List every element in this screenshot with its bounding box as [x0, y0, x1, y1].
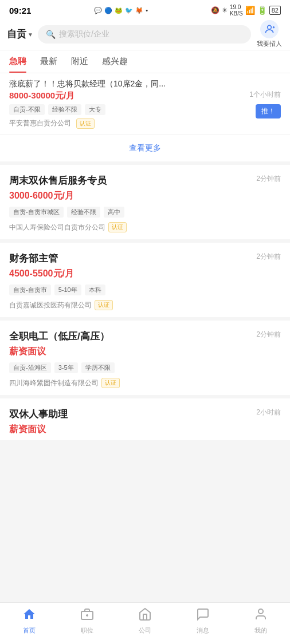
tag-0: 自贡-不限	[9, 104, 45, 115]
header: 自贡 ▼ 🔍 搜索职位/企业 我要招人	[0, 18, 290, 50]
message-icon: 💬	[94, 7, 102, 14]
push-button[interactable]: 推！	[256, 104, 281, 118]
nav-item-jobs[interactable]: 职位	[70, 607, 104, 635]
nav-item-mine[interactable]: 我的	[244, 607, 278, 635]
job-title-2: 全职电工（低压/高压）	[9, 330, 109, 343]
job-0-tag-1: 经验不限	[67, 207, 100, 218]
job-1-tag-1: 5-10年	[54, 285, 81, 295]
search-icon: 🔍	[46, 30, 56, 39]
job-2-tag-0: 自贡-沿滩区	[9, 362, 51, 373]
job-header-1: 财务部主管 2分钟前	[9, 252, 281, 268]
tag-2: 大专	[85, 104, 105, 115]
job-tags-0: 自贡-自贡市城区 经验不限 高中	[9, 207, 281, 218]
tab-nearby[interactable]: 附近	[71, 56, 88, 73]
search-bar[interactable]: 🔍 搜索职位/企业	[38, 25, 251, 44]
job-0-tag-0: 自贡-自贡市城区	[9, 207, 64, 218]
chevron-down-icon: ▼	[28, 31, 33, 38]
svg-point-6	[258, 609, 263, 614]
job-1-tag-0: 自贡-自贡市	[9, 285, 51, 295]
view-more-link[interactable]: 查看更多	[129, 143, 161, 152]
battery-level: 82	[269, 6, 281, 15]
svg-point-0	[268, 25, 272, 29]
tab-hot[interactable]: 急聘	[9, 56, 26, 73]
data-speed: 19.0KB/S	[230, 4, 243, 17]
nav-label-mine: 我的	[254, 626, 267, 635]
job-company-1: 自贡嘉诚医投医药有限公司	[9, 301, 92, 310]
dot-icon: •	[146, 7, 148, 14]
job-salary-1: 4500-5500元/月	[9, 268, 281, 280]
nav-label-company: 公司	[139, 626, 151, 635]
nav-label-messages: 消息	[197, 626, 209, 635]
battery-charging-icon: 🔋	[257, 6, 267, 15]
job-salary-0: 3000-6000元/月	[9, 190, 281, 202]
job-header-2: 全职电工（低压/高压） 2分钟前	[9, 330, 281, 346]
wifi-icon: 📶	[245, 6, 255, 15]
nav-item-messages[interactable]: 消息	[186, 607, 220, 635]
job-card-2[interactable]: 全职电工（低压/高压） 2分钟前 薪资面议 自贡-沿滩区 3-5年 学历不限 四…	[0, 321, 290, 398]
job-footer-2: 四川海峰紧固件制造有限公司 认证	[9, 378, 281, 388]
recruiter-avatar-icon	[260, 20, 279, 38]
city-name: 自贡	[7, 27, 26, 41]
job-card-3[interactable]: 双休人事助理 2小时前 薪资面议	[0, 398, 290, 440]
nav-label-home: 首页	[23, 626, 36, 635]
bluetooth-icon: ✳	[222, 6, 228, 14]
job-title-1: 财务部主管	[9, 252, 58, 265]
job-0-tag-2: 高中	[104, 207, 124, 218]
featured-job-banner[interactable]: 涨底薪了！！忠将贝款经理（10席2金，同... 8000-30000元/月 自贡…	[0, 73, 290, 135]
job-certified-1: 认证	[95, 300, 113, 310]
featured-job-title: 涨底薪了！！忠将贝款经理（10席2金，同...	[9, 79, 238, 89]
featured-company-name: 平安普惠自贡分公司	[9, 119, 71, 127]
recruiter-button[interactable]: 我要招人	[256, 20, 283, 48]
featured-job-tags: 自贡-不限 经验不限 大专	[9, 104, 238, 115]
app-icon-1: 🐸	[115, 7, 123, 14]
status-icons: 💬 🔵 🐸 🐦 🦊 •	[94, 7, 148, 14]
job-title-3: 双休人事助理	[9, 408, 68, 421]
job-title-0: 周末双休售后服务专员	[9, 174, 107, 187]
job-2-tag-2: 学历不限	[81, 362, 115, 373]
featured-certified-badge: 认证	[76, 118, 95, 129]
job-company-0: 中国人寿保险公司自贡市分公司	[9, 223, 105, 232]
featured-job-salary: 8000-30000元/月	[9, 90, 238, 101]
job-card-0[interactable]: 周末双休售后服务专员 2分钟前 3000-6000元/月 自贡-自贡市城区 经验…	[0, 165, 290, 243]
job-card-1[interactable]: 财务部主管 2分钟前 4500-5500元/月 自贡-自贡市 5-10年 本科 …	[0, 243, 290, 321]
city-selector[interactable]: 自贡 ▼	[7, 27, 33, 41]
job-certified-2: 认证	[101, 378, 120, 388]
tab-latest[interactable]: 最新	[40, 56, 57, 73]
job-time-0: 2分钟前	[256, 174, 281, 184]
app-icon-3: 🦊	[135, 7, 143, 14]
tab-interest[interactable]: 感兴趣	[102, 56, 128, 73]
notification-icon: 🔵	[104, 7, 112, 14]
messages-icon	[196, 607, 210, 625]
featured-job-time: 1个小时前	[249, 90, 281, 100]
recruiter-label: 我要招人	[257, 39, 282, 48]
job-1-tag-2: 本科	[85, 285, 105, 295]
home-icon	[22, 607, 36, 625]
nav-item-home[interactable]: 首页	[12, 607, 46, 635]
job-time-2: 2分钟前	[256, 330, 281, 339]
status-time: 09:21	[9, 6, 31, 15]
mute-icon: 🔕	[211, 6, 220, 14]
status-bar: 09:21 💬 🔵 🐸 🐦 🦊 • 🔕 ✳ 19.0KB/S 📶 🔋 82	[0, 0, 290, 18]
company-icon	[138, 607, 152, 625]
job-header-0: 周末双休售后服务专员 2分钟前	[9, 174, 281, 190]
status-right-icons: 🔕 ✳ 19.0KB/S 📶 🔋 82	[211, 4, 281, 17]
job-header-3: 双休人事助理 2小时前	[9, 408, 281, 424]
featured-company-row: 平安普惠自贡分公司 认证	[9, 118, 95, 129]
featured-job-content: 涨底薪了！！忠将贝款经理（10席2金，同... 8000-30000元/月 自贡…	[9, 79, 238, 129]
job-time-3: 2小时前	[256, 408, 281, 417]
app-icon-2: 🐦	[125, 7, 133, 14]
nav-item-company[interactable]: 公司	[128, 607, 162, 635]
featured-job-footer: 平安普惠自贡分公司 认证	[9, 118, 238, 129]
job-salary-2: 薪资面议	[9, 346, 281, 358]
search-placeholder: 搜索职位/企业	[59, 29, 109, 39]
job-salary-3: 薪资面议	[9, 424, 281, 436]
job-footer-1: 自贡嘉诚医投医药有限公司 认证	[9, 300, 281, 310]
jobs-icon	[80, 607, 94, 625]
nav-label-jobs: 职位	[81, 626, 93, 635]
job-certified-0: 认证	[108, 222, 127, 232]
job-time-1: 2分钟前	[256, 252, 281, 262]
tag-1: 经验不限	[48, 104, 81, 115]
bottom-nav: 首页 职位 公司 消息	[0, 602, 290, 644]
mine-icon	[254, 607, 268, 625]
job-list: 周末双休售后服务专员 2分钟前 3000-6000元/月 自贡-自贡市城区 经验…	[0, 165, 290, 440]
